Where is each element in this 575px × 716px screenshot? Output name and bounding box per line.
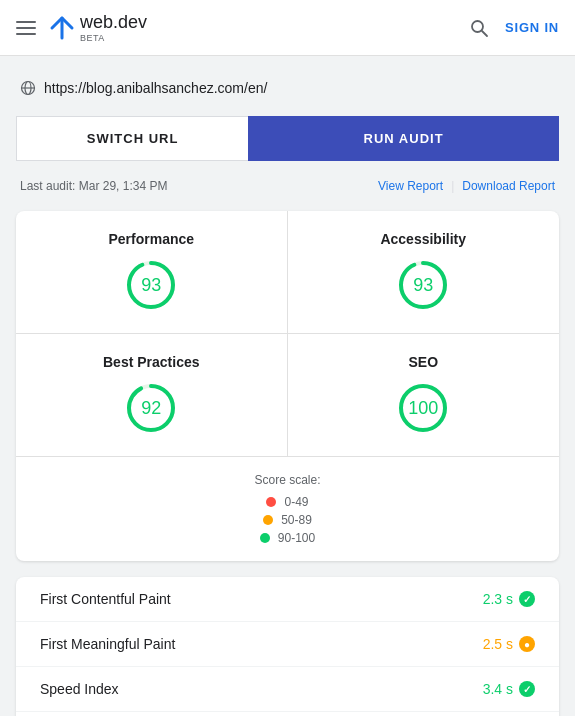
metric-status-icon-fmp: ● bbox=[519, 636, 535, 652]
audit-controls: SWITCH URL RUN AUDIT bbox=[16, 116, 559, 161]
hamburger-menu-button[interactable] bbox=[16, 21, 36, 35]
metric-score-si: 3.4 s bbox=[483, 681, 513, 697]
score-circle-performance: 93 bbox=[123, 257, 179, 313]
score-label-accessibility: Accessibility bbox=[380, 231, 466, 247]
legend-dot-mid bbox=[263, 515, 273, 525]
metric-score-fcp: 2.3 s bbox=[483, 591, 513, 607]
logo-text-group: web.dev BETA bbox=[80, 13, 147, 43]
metric-value-fcp: 2.3 s ✓ bbox=[483, 591, 535, 607]
score-cell-best-practices: Best Practices 92 bbox=[16, 334, 288, 456]
svg-point-0 bbox=[472, 21, 483, 32]
logo: web.dev BETA bbox=[48, 13, 147, 43]
current-url: https://blog.anibalhsanchez.com/en/ bbox=[44, 80, 267, 96]
metric-row-si: Speed Index 3.4 s ✓ bbox=[16, 667, 559, 712]
score-number-seo: 100 bbox=[408, 398, 438, 419]
main-content: https://blog.anibalhsanchez.com/en/ SWIT… bbox=[0, 56, 575, 716]
legend-range-low: 0-49 bbox=[284, 495, 308, 509]
logo-wordmark: web.dev bbox=[80, 12, 147, 32]
view-report-link[interactable]: View Report bbox=[378, 179, 443, 193]
header-right: SIGN IN bbox=[469, 18, 559, 38]
url-bar: https://blog.anibalhsanchez.com/en/ bbox=[16, 72, 559, 100]
score-circle-accessibility: 93 bbox=[395, 257, 451, 313]
scores-grid: Performance 93 Accessibility bbox=[16, 211, 559, 456]
metric-name-fmp: First Meaningful Paint bbox=[40, 636, 175, 652]
globe-icon bbox=[20, 80, 36, 96]
score-cell-accessibility: Accessibility 93 bbox=[288, 211, 560, 334]
links-divider: | bbox=[451, 179, 454, 193]
legend-dot-high bbox=[260, 533, 270, 543]
switch-url-button[interactable]: SWITCH URL bbox=[16, 116, 248, 161]
legend-title: Score scale: bbox=[254, 473, 320, 487]
legend-range-high: 90-100 bbox=[278, 531, 315, 545]
sign-in-button[interactable]: SIGN IN bbox=[505, 20, 559, 35]
run-audit-button[interactable]: RUN AUDIT bbox=[248, 116, 559, 161]
download-report-link[interactable]: Download Report bbox=[462, 179, 555, 193]
score-number-best-practices: 92 bbox=[141, 398, 161, 419]
metric-status-icon-si: ✓ bbox=[519, 681, 535, 697]
score-label-best-practices: Best Practices bbox=[103, 354, 200, 370]
metric-name-fcp: First Contentful Paint bbox=[40, 591, 171, 607]
score-number-performance: 93 bbox=[141, 275, 161, 296]
score-card: Performance 93 Accessibility bbox=[16, 211, 559, 561]
metric-value-fmp: 2.5 s ● bbox=[483, 636, 535, 652]
score-cell-seo: SEO 100 bbox=[288, 334, 560, 456]
metrics-card: First Contentful Paint 2.3 s ✓ First Mea… bbox=[16, 577, 559, 716]
legend-item-high: 90-100 bbox=[260, 531, 315, 545]
legend-item-low: 0-49 bbox=[266, 495, 308, 509]
logo-beta-badge: BETA bbox=[80, 33, 147, 43]
last-audit-info: Last audit: Mar 29, 1:34 PM View Report … bbox=[16, 177, 559, 195]
score-legend: Score scale: 0-49 50-89 90-100 bbox=[16, 456, 559, 561]
svg-line-1 bbox=[482, 31, 487, 36]
metric-name-si: Speed Index bbox=[40, 681, 119, 697]
score-number-accessibility: 93 bbox=[413, 275, 433, 296]
last-audit-timestamp: Last audit: Mar 29, 1:34 PM bbox=[20, 179, 167, 193]
app-header: web.dev BETA SIGN IN bbox=[0, 0, 575, 56]
metric-value-si: 3.4 s ✓ bbox=[483, 681, 535, 697]
score-circle-seo: 100 bbox=[395, 380, 451, 436]
metric-score-fmp: 2.5 s bbox=[483, 636, 513, 652]
logo-icon bbox=[48, 14, 76, 42]
header-left: web.dev BETA bbox=[16, 13, 147, 43]
metric-row-fmp: First Meaningful Paint 2.5 s ● bbox=[16, 622, 559, 667]
audit-links: View Report | Download Report bbox=[378, 179, 555, 193]
search-icon[interactable] bbox=[469, 18, 489, 38]
metric-status-icon-fcp: ✓ bbox=[519, 591, 535, 607]
score-cell-performance: Performance 93 bbox=[16, 211, 288, 334]
metric-row-fcp: First Contentful Paint 2.3 s ✓ bbox=[16, 577, 559, 622]
score-label-seo: SEO bbox=[408, 354, 438, 370]
legend-dot-low bbox=[266, 497, 276, 507]
score-circle-best-practices: 92 bbox=[123, 380, 179, 436]
metric-row-fci: First CPU Idle 2.6 s ✓ bbox=[16, 712, 559, 716]
score-label-performance: Performance bbox=[108, 231, 194, 247]
legend-range-mid: 50-89 bbox=[281, 513, 312, 527]
legend-item-mid: 50-89 bbox=[263, 513, 312, 527]
